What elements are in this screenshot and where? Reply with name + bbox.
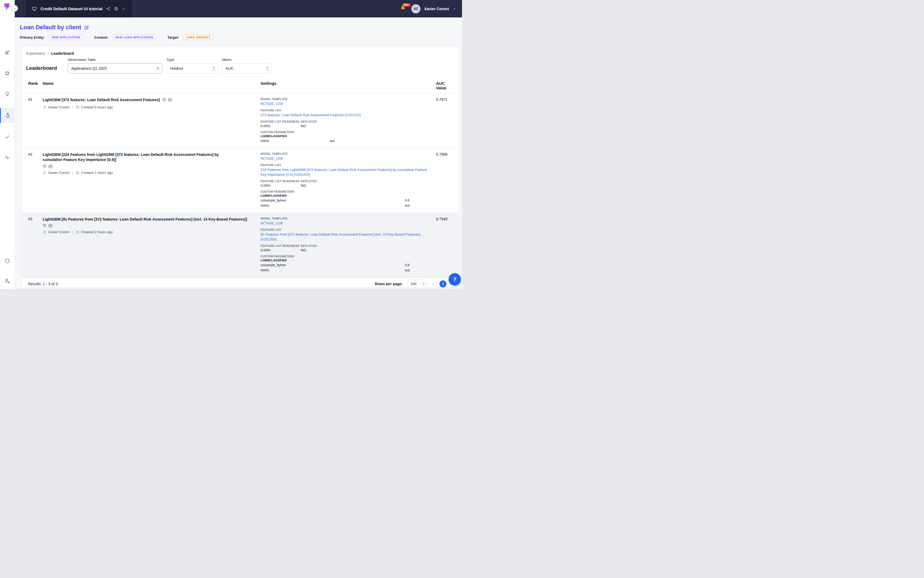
page-1-button[interactable]: 1 [439, 281, 446, 287]
rows-per-page-input[interactable] [408, 282, 420, 286]
row-rank: #1 [28, 97, 43, 144]
auc-value: 0.7949 [436, 217, 454, 273]
feature-list-label: FEATURE LIST [261, 163, 431, 167]
chip-icon [4, 70, 10, 76]
column-rank: Rank [28, 81, 43, 90]
feature-list-label: FEATURE LIST [261, 228, 431, 231]
edit-title-icon[interactable] [84, 25, 89, 30]
row-rank: #3 [28, 217, 43, 273]
feature-list-link[interactable]: 224 Features from LightGBM [372 features… [261, 167, 428, 177]
metric-select[interactable]: AUC [222, 63, 272, 73]
table-footer: Results: 1 - 3 of 3 Rows per page: ‹ 1 [22, 278, 459, 287]
model-template-link[interactable]: NCTsDE_LGB [261, 156, 428, 161]
readiness-label: FEATURE LIST READINESS [261, 244, 301, 247]
param-key: colsample_bytree [261, 263, 405, 268]
feature-list-link[interactable]: 372 features: Loan Default Risk Assessme… [261, 113, 428, 117]
sidebar-item-monitoring[interactable] [0, 151, 15, 164]
rows-per-page-stepper[interactable] [407, 280, 427, 287]
id-icon[interactable]: ID [49, 165, 52, 168]
breadcrumb-leaderboard: Leaderboard [51, 51, 74, 55]
main-content: Loan Default by client Primary Entity: N… [15, 18, 462, 289]
readiness-value: 0.00% [261, 124, 301, 128]
deployed-value: NO [301, 183, 317, 188]
lightbulb-icon [4, 91, 10, 97]
stepper-chevrons-icon[interactable] [422, 282, 425, 286]
gear-icon[interactable]: ⚙ [114, 6, 118, 11]
type-select[interactable]: Holdout [167, 63, 218, 73]
auc-value: 0.7956 [436, 152, 454, 208]
sidebar-item-security[interactable] [0, 258, 15, 264]
param-key: metric [261, 138, 330, 144]
help-button[interactable]: ? [449, 273, 461, 286]
model-template-link[interactable]: NCTsDE_LGB [261, 221, 428, 226]
deployed-label: DEPLOYED [301, 120, 317, 123]
param-value: auc [405, 203, 410, 208]
observation-table-input[interactable] [71, 66, 153, 71]
param-value: auc [405, 268, 410, 273]
copy-icon[interactable] [43, 164, 47, 168]
type-label: Type [167, 58, 218, 62]
sidebar-item-approvals[interactable] [0, 130, 15, 144]
primary-entity-badge: NEW APPLICATION [48, 35, 83, 40]
meta-separator: | [72, 230, 73, 234]
breadcrumb-experiment[interactable]: Experiment [26, 51, 45, 55]
param-key: metric [261, 203, 405, 208]
sidebar-item-account[interactable] [0, 278, 15, 284]
model-template-label: MODEL TEMPLATE [261, 97, 431, 101]
avatar[interactable]: XC [411, 4, 420, 13]
model-name: LightGBM [224 Features from LightGBM [37… [43, 153, 219, 162]
row-author: Xavier Conort [48, 230, 69, 234]
sidebar-item-explore[interactable] [0, 46, 15, 59]
row-created: Created 5 hours ago [81, 105, 113, 109]
row-created: Created 2 hours ago [81, 170, 113, 175]
select-chevrons-icon [266, 66, 269, 71]
rows-per-page-label: Rows per page: [375, 282, 403, 286]
breadcrumb-separator: > [47, 52, 49, 55]
user-menu-chevron-icon[interactable] [452, 7, 456, 10]
model-template-label: MODEL TEMPLATE [261, 217, 431, 220]
select-chevrons-icon [212, 66, 216, 71]
metric-value: AUC [225, 66, 234, 71]
feature-list-label: FEATURE LIST [261, 109, 431, 112]
featurebyte-logo-icon[interactable] [3, 2, 12, 11]
user-name[interactable]: Xavier Conort [424, 7, 449, 11]
model-template-link[interactable]: NCTsDE_LGB [261, 101, 428, 106]
sidebar-collapse-button[interactable]: › [11, 5, 18, 11]
copy-icon[interactable] [43, 224, 47, 227]
row-created: Created 2 hours ago [81, 230, 113, 234]
table-row[interactable]: #1 LightGBM [372 features: Loan Default … [22, 94, 459, 148]
sidebar-item-ideas[interactable] [0, 87, 15, 101]
shield-icon [4, 258, 10, 264]
user-icon [43, 105, 46, 109]
clear-icon[interactable]: ✕ [156, 67, 159, 70]
project-selector[interactable]: Credit Default Dataset UI tutorial ⚙ [25, 0, 132, 18]
results-count: Results: 1 - 3 of 3 [28, 282, 58, 286]
observation-table-combobox[interactable]: ✕ [68, 63, 162, 73]
sidebar [0, 0, 15, 289]
check-icon [4, 134, 10, 140]
param-value: 0.8 [405, 263, 409, 268]
sidebar-nav [0, 46, 15, 164]
table-row[interactable]: #2 LightGBM [224 Features from LightGBM … [22, 148, 459, 213]
clock-icon [76, 105, 79, 109]
deployed-value: NO [301, 124, 317, 128]
context-badge: NEW LOAN APPLICATION [112, 35, 157, 40]
id-icon[interactable]: ID [49, 224, 52, 227]
sidebar-item-modeling[interactable] [0, 67, 15, 80]
sidebar-item-experiments[interactable] [0, 108, 15, 123]
model-template-label: MODEL TEMPLATE [261, 152, 431, 155]
readiness-value: 0.00% [261, 248, 301, 252]
id-icon[interactable]: ID [168, 98, 172, 101]
project-title: Credit Default Dataset UI tutorial [41, 6, 102, 11]
share-icon[interactable] [106, 6, 110, 11]
feature-list-link[interactable]: 91 Features from [372 features: Loan Def… [261, 232, 428, 242]
leaderboard-table: Rank Name Settings AUC Value #1 LightGBM… [22, 77, 459, 278]
notifications-icon[interactable]: 999+ [399, 4, 407, 13]
copy-icon[interactable] [162, 98, 166, 102]
table-row[interactable]: #3 LightGBM [91 Features from [372 featu… [22, 213, 459, 278]
chevron-down-icon[interactable] [122, 7, 125, 10]
column-settings: Settings [261, 81, 436, 90]
previous-page-icon[interactable]: ‹ [432, 281, 434, 287]
leaderboard-heading: Leaderboard [26, 65, 63, 73]
activity-icon [4, 154, 10, 161]
